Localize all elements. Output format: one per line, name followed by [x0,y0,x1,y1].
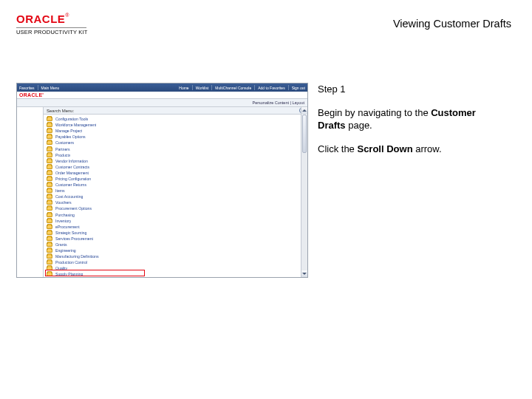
folder-icon [47,254,52,259]
folder-icon [47,147,52,151]
menu-item-label: Procurement Options [55,206,92,211]
app-screenshot: Favorites Main Menu Home Worklist MultiC… [16,83,308,278]
step-label: Step 1 [318,83,506,96]
menu-item[interactable]: Customer Contracts [47,164,307,170]
menu-item[interactable]: Inventory [47,218,307,224]
menu-item[interactable]: Vouchers [47,200,307,205]
menu-item[interactable]: Payables Options [47,134,307,140]
nav-home[interactable]: Home [179,86,188,90]
brand-logo-text: ORACLE [16,13,65,24]
nav-signout[interactable]: Sign out [292,86,305,90]
folder-icon [47,177,52,181]
scroll-down-button[interactable] [301,270,307,277]
menu-item[interactable]: Production Control [47,259,307,265]
menu-item-label: Services Procurement [55,236,93,241]
menu-item[interactable]: Strategic Sourcing [47,230,307,236]
menu-item[interactable]: Cost Accounting [47,194,307,200]
folder-icon [47,206,52,211]
menu-item[interactable]: Items [47,188,307,194]
menu-item-label: Manage Project [55,129,82,133]
menu-item-label: Workforce Management [55,123,96,127]
brand-product-name: USER PRODUCTIVITY KIT [16,30,88,35]
menu-item-label: Vouchers [55,200,72,205]
menu-item-label: Products [55,153,70,157]
menu-item[interactable]: Grants [47,242,307,248]
folder-icon [47,153,52,157]
menu-item-label: Engineering [55,248,76,253]
menu-item-label: eProcurement [55,225,80,229]
folder-icon [47,188,52,193]
scroll-up-button[interactable] [301,107,307,114]
folder-icon [47,236,52,241]
menu-item-label: Vendor Information [55,159,88,163]
menu-item[interactable]: Pricing Configuration [47,176,307,182]
folder-icon [47,225,52,229]
menu-item[interactable]: eProcurement [47,224,307,230]
menu-item-label: Strategic Sourcing [55,231,86,235]
step-text-1: Begin by navigating to the Customer Draf… [318,106,506,132]
menu-item[interactable]: Customer Returns [47,182,307,188]
step-instructions: Step 1 Begin by navigating to the Custom… [318,83,506,166]
menu-item[interactable]: Products [47,152,307,158]
folder-icon [47,123,52,127]
menu-item[interactable]: Engineering [47,248,307,253]
folder-icon [47,129,52,133]
nav-favorites[interactable]: Favorites [19,86,35,90]
folder-icon [47,134,52,139]
brand-trademark: ® [65,13,69,18]
menu-item-label: Production Control [55,260,87,265]
folder-icon [47,165,52,169]
menu-item-label: Pricing Configuration [55,177,91,181]
menu-item-label: Purchasing [55,213,75,217]
folder-icon [47,213,52,217]
nav-multichannel[interactable]: MultiChannel Console [215,86,251,90]
menu-item-label: Customers [55,140,74,145]
menu-item[interactable]: Manufacturing Definitions [47,253,307,259]
brand-block: ORACLE® USER PRODUCTIVITY KIT [16,13,88,35]
menu-list: Configuration ToolsWorkforce ManagementM… [44,115,307,277]
menu-item[interactable]: Configuration Tools [47,116,307,122]
folder-icon [47,242,52,247]
brand-divider [16,27,86,28]
menu-item[interactable]: Partners [47,146,307,151]
menu-item-label: Items [55,188,65,193]
menu-item-label: Manufacturing Definitions [55,254,99,259]
folder-icon [47,140,52,145]
menu-item-label: Grants [55,242,67,247]
menu-item[interactable]: Purchasing [47,212,307,218]
folder-icon [47,171,52,175]
folder-icon [47,183,52,187]
menu-item[interactable]: Order Management [47,170,307,176]
menu-item[interactable]: Vendor Information [47,158,307,164]
folder-icon [47,200,52,205]
folder-icon [47,219,52,223]
nav-main-menu[interactable]: Main Menu [41,86,60,90]
menu-item-label: Payables Options [55,134,86,139]
chevron-up-icon [302,109,307,112]
vertical-scrollbar [301,107,307,277]
app-subheader: Personalize Content | Layout [17,99,307,107]
menu-item[interactable]: Customers [47,140,307,146]
nav-add-favorites[interactable]: Add to Favorites [258,86,284,90]
app-logo-text: ORACLE' [19,92,44,98]
menu-item[interactable]: Workforce Management [47,122,307,128]
menu-item[interactable]: Services Procurement [47,236,307,242]
menu-item-label: Order Management [55,171,89,175]
menu-item[interactable]: Manage Project [47,128,307,134]
menu-item-label: Cost Accounting [55,194,83,199]
search-menu-label: Search Menu: [47,109,74,113]
step-text-2: Click the Scroll Down arrow. [318,143,506,156]
app-left-column [17,107,44,277]
folder-icon [47,248,52,253]
app-brand-row: ORACLE' [17,92,307,99]
page-title: Viewing Customer Drafts [393,18,511,30]
folder-icon [47,260,52,265]
menu-item-label: Inventory [55,219,71,223]
menu-item-label: Partners [55,147,70,151]
scroll-thumb[interactable] [302,115,307,153]
nav-worklist[interactable]: Worklist [196,86,209,90]
highlight-target [45,270,145,276]
menu-item[interactable]: Procurement Options [47,205,307,211]
personalize-link[interactable]: Personalize Content | Layout [252,100,304,105]
folder-icon [47,159,52,163]
